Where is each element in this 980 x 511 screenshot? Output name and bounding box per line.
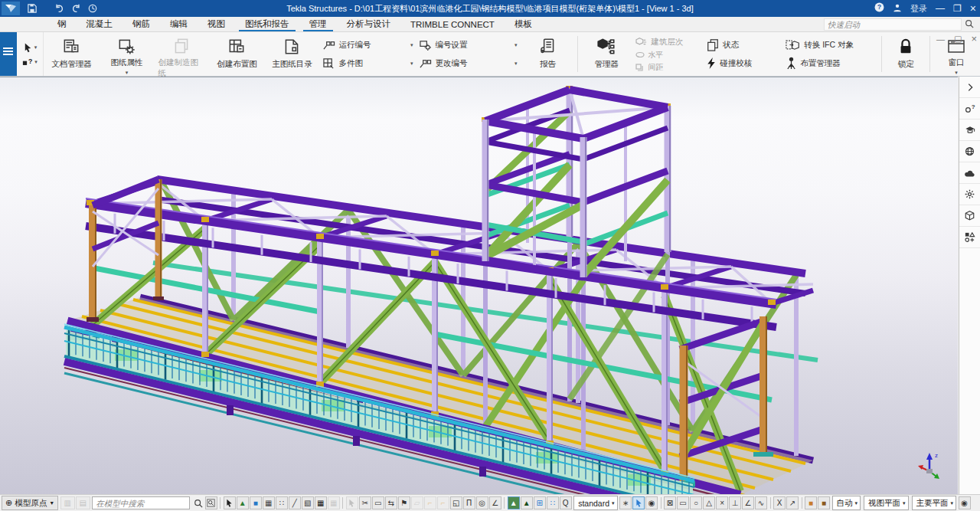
weld-tool-2[interactable]: ⌐	[437, 496, 449, 509]
undo-button[interactable]	[54, 4, 64, 13]
spacing-button[interactable]: 间距	[635, 61, 692, 73]
menu-tab-concrete[interactable]: 混凝土	[77, 17, 123, 31]
numbering-settings-button[interactable]: 编号设置▾	[419, 38, 517, 52]
context-help-icon[interactable]: ?	[959, 98, 980, 120]
swap-handles-tool[interactable]: ⇆	[385, 496, 397, 509]
layout-manager-button[interactable]: 布置管理器	[786, 56, 876, 70]
model-cube-icon[interactable]	[959, 205, 980, 227]
drag-and-drop-switch[interactable]	[346, 496, 358, 509]
snap-depth-far[interactable]: ■	[818, 496, 830, 509]
select-assemblies-switch[interactable]: ▦	[263, 496, 275, 509]
relative-snap-toggle[interactable]: ↗	[786, 496, 799, 509]
search-model-button[interactable]	[192, 496, 204, 509]
snap-mode-select[interactable]: 自动▾	[832, 496, 861, 510]
save-button[interactable]	[28, 4, 37, 13]
phase-button-2[interactable]: ▤	[76, 496, 90, 509]
user-icon[interactable]	[893, 3, 902, 15]
snap-intersections[interactable]: ×	[716, 496, 728, 509]
query-tool-button[interactable]: ?▾	[22, 57, 38, 67]
tekla-logo[interactable]	[2, 2, 20, 15]
menu-tab-drawings-reports[interactable]: 图纸和报告	[235, 17, 299, 31]
snap-midpoints[interactable]: △	[703, 496, 715, 509]
render-parts-toggle[interactable]: ▲	[508, 496, 520, 509]
copy-special-tool[interactable]: ▱	[411, 496, 423, 509]
building-hierarchy-button[interactable]: 建筑层次	[635, 35, 692, 48]
select-grids-switch[interactable]: ▦	[315, 496, 327, 509]
tekla-campus-icon[interactable]	[959, 120, 980, 141]
reference-points-toggle[interactable]: ∷	[547, 496, 559, 509]
mdi-minimize-button[interactable]: —	[936, 34, 945, 44]
create-layout-drawing-button[interactable]: 创建布置图	[209, 32, 264, 76]
menu-tab-view[interactable]: 视图	[198, 17, 235, 31]
mdi-close-button[interactable]: ×	[971, 33, 977, 44]
snap-preview-toggle[interactable]: ◉	[959, 496, 971, 509]
snap-plane-select[interactable]: 视图平面▾	[864, 496, 909, 510]
menu-tab-analysis-design[interactable]: 分析与设计	[337, 17, 401, 31]
pointer-tool-button[interactable]: ▾	[23, 42, 38, 53]
status-button[interactable]: 状态	[706, 38, 779, 52]
exact-lines-toggle[interactable]: ⊞	[534, 496, 546, 509]
snap-free[interactable]: ∿	[755, 496, 767, 509]
quick-launch-input[interactable]	[824, 18, 962, 31]
work-plane-select[interactable]: 主要平面▾	[912, 496, 957, 510]
applications-components-icon[interactable]	[959, 227, 980, 248]
model-search-input[interactable]	[92, 496, 190, 509]
mdi-restore-button[interactable]: ▢	[954, 34, 962, 44]
cut-tool[interactable]: ✂	[359, 496, 371, 509]
multi-drawing-button[interactable]: 多件图▾	[322, 56, 413, 70]
fitting-tool[interactable]: ▭	[372, 496, 384, 509]
close-button[interactable]: ×	[970, 2, 976, 15]
smart-select-toggle[interactable]	[632, 496, 645, 509]
menu-tab-rebar[interactable]: 钢筋	[122, 17, 160, 31]
redo-button[interactable]	[71, 4, 81, 13]
history-button[interactable]	[88, 4, 97, 13]
maximize-button[interactable]: ❐	[953, 3, 962, 14]
snap-depth-near[interactable]: ■	[805, 496, 817, 509]
phase-button-1[interactable]: ▥	[60, 496, 75, 509]
model-viewport-3d[interactable]: z	[0, 77, 958, 495]
angle-tool[interactable]: ∠	[489, 496, 501, 509]
minimize-button[interactable]: —	[936, 3, 945, 14]
lock-button[interactable]: 锁定	[884, 32, 927, 76]
visibility-toggle[interactable]: ◉	[645, 496, 658, 509]
weld-tool-1[interactable]: ⌐	[424, 496, 436, 509]
polygon-edit-tool[interactable]: Π	[463, 496, 475, 509]
run-numbering-button[interactable]: 运行编号▾	[322, 38, 413, 52]
magnetic-grid-toggle[interactable]: Q	[560, 496, 572, 509]
ortho-snap-toggle[interactable]: X	[773, 496, 786, 509]
snap-geometry-points[interactable]: ▭	[677, 496, 689, 509]
create-fabrication-drawings-button[interactable]: 创建制造图纸 ▾	[154, 32, 209, 76]
select-lines-switch[interactable]: ╱	[289, 496, 301, 509]
model-origin-dropdown[interactable]: ⊕ 模型原点 ▼	[2, 496, 58, 510]
snap-reference-points[interactable]: ⊠	[664, 496, 676, 509]
convert-ifc-button[interactable]: 转换 IFC 对象	[786, 38, 876, 52]
select-all-switch[interactable]	[224, 496, 236, 509]
menu-tab-trimble-connect[interactable]: TRIMBLE CONNECT	[400, 17, 505, 31]
clash-check-button[interactable]: 碰撞校核	[706, 56, 779, 70]
report-button[interactable]: 报告	[520, 32, 575, 76]
corner-chamfer-tool[interactable]: ◱	[450, 496, 462, 509]
select-points-switch[interactable]: ∷	[276, 496, 288, 509]
trimble-cloud-icon[interactable]	[959, 162, 980, 184]
select-parts-switch[interactable]: ▧	[302, 496, 314, 509]
snap-extension-lines[interactable]: ∠	[742, 496, 754, 509]
horizontal-button[interactable]: 水平	[635, 49, 692, 61]
organizer-button[interactable]: 管理器	[580, 32, 632, 76]
master-drawing-catalog-button[interactable]: 主图纸目录	[264, 32, 319, 76]
menu-tab-steel[interactable]: 钢	[47, 17, 77, 31]
menu-tab-edit[interactable]: 编辑	[160, 17, 198, 31]
render-components-toggle[interactable]: ▲	[521, 496, 533, 509]
settings-gear-icon[interactable]	[959, 184, 980, 205]
flag-tool[interactable]: ⚑	[398, 496, 410, 509]
select-components-switch[interactable]: ▲	[237, 496, 249, 509]
select-objects-switch[interactable]: ■	[250, 496, 262, 509]
search-window-button[interactable]	[205, 496, 217, 509]
menu-tab-template[interactable]: 模板	[505, 17, 542, 31]
snap-perpendicular[interactable]: ⊥	[729, 496, 741, 509]
help-icon[interactable]: ?	[874, 2, 884, 15]
drawing-properties-button[interactable]: 图纸属性 ▾	[99, 32, 154, 76]
menu-tab-manage[interactable]: 管理	[299, 17, 337, 31]
change-numbering-button[interactable]: 更改编号▾	[419, 56, 517, 70]
search-icon[interactable]	[965, 19, 974, 30]
login-button[interactable]: 登录	[910, 3, 927, 15]
